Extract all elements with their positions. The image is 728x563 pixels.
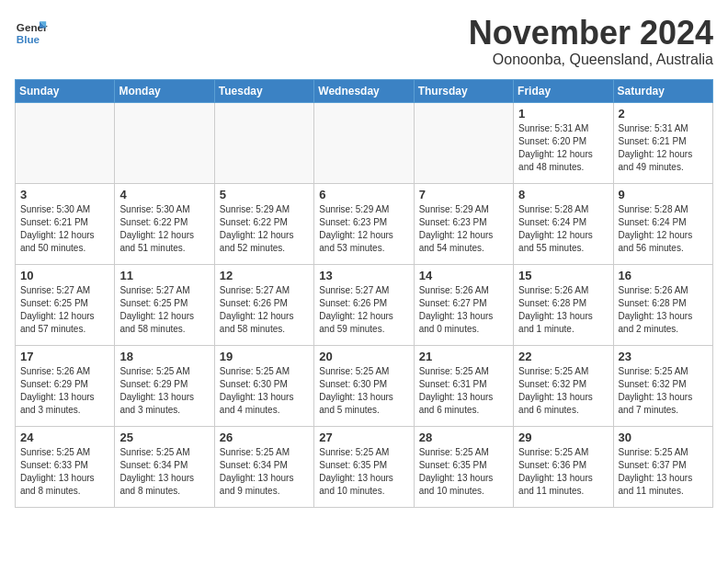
day-number: 6	[319, 188, 408, 201]
calendar-cell: 26Sunrise: 5:25 AM Sunset: 6:34 PM Dayli…	[214, 426, 313, 507]
day-info: Sunrise: 5:27 AM Sunset: 6:25 PM Dayligh…	[20, 284, 109, 336]
weekday-header-wednesday: Wednesday	[314, 79, 414, 102]
calendar-cell: 25Sunrise: 5:25 AM Sunset: 6:34 PM Dayli…	[115, 426, 214, 507]
day-number: 28	[419, 431, 508, 444]
day-number: 16	[619, 269, 708, 282]
calendar-cell	[115, 102, 214, 183]
day-info: Sunrise: 5:29 AM Sunset: 6:23 PM Dayligh…	[419, 203, 508, 255]
day-info: Sunrise: 5:27 AM Sunset: 6:25 PM Dayligh…	[119, 284, 209, 336]
weekday-header-sunday: Sunday	[16, 79, 115, 102]
calendar-cell: 19Sunrise: 5:25 AM Sunset: 6:30 PM Dayli…	[214, 345, 313, 426]
day-number: 8	[518, 188, 608, 201]
calendar-cell: 7Sunrise: 5:29 AM Sunset: 6:23 PM Daylig…	[414, 183, 513, 264]
day-info: Sunrise: 5:27 AM Sunset: 6:26 PM Dayligh…	[220, 284, 309, 336]
day-info: Sunrise: 5:25 AM Sunset: 6:35 PM Dayligh…	[419, 446, 508, 498]
svg-text:Blue: Blue	[17, 33, 40, 45]
day-info: Sunrise: 5:26 AM Sunset: 6:28 PM Dayligh…	[619, 284, 708, 336]
day-info: Sunrise: 5:30 AM Sunset: 6:21 PM Dayligh…	[20, 203, 109, 255]
calendar-cell	[16, 102, 115, 183]
calendar-cell: 2Sunrise: 5:31 AM Sunset: 6:21 PM Daylig…	[613, 102, 712, 183]
day-info: Sunrise: 5:28 AM Sunset: 6:24 PM Dayligh…	[619, 203, 708, 255]
day-info: Sunrise: 5:25 AM Sunset: 6:29 PM Dayligh…	[119, 365, 209, 417]
title-area: November 2024 Oonoonba, Queensland, Aust…	[469, 15, 713, 68]
calendar-cell: 16Sunrise: 5:26 AM Sunset: 6:28 PM Dayli…	[613, 264, 712, 345]
day-number: 14	[419, 269, 508, 282]
day-info: Sunrise: 5:27 AM Sunset: 6:26 PM Dayligh…	[319, 284, 408, 336]
calendar-cell: 29Sunrise: 5:25 AM Sunset: 6:36 PM Dayli…	[514, 426, 613, 507]
day-number: 26	[220, 431, 309, 444]
day-number: 25	[119, 431, 209, 444]
weekday-header-saturday: Saturday	[613, 79, 712, 102]
day-number: 27	[319, 431, 408, 444]
week-row-3: 10Sunrise: 5:27 AM Sunset: 6:25 PM Dayli…	[16, 264, 713, 345]
day-number: 3	[20, 188, 109, 201]
day-number: 13	[319, 269, 408, 282]
day-info: Sunrise: 5:25 AM Sunset: 6:36 PM Dayligh…	[518, 446, 608, 498]
calendar-cell: 1Sunrise: 5:31 AM Sunset: 6:20 PM Daylig…	[514, 102, 613, 183]
day-info: Sunrise: 5:26 AM Sunset: 6:29 PM Dayligh…	[20, 365, 109, 417]
calendar-cell: 8Sunrise: 5:28 AM Sunset: 6:24 PM Daylig…	[514, 183, 613, 264]
day-number: 19	[220, 350, 309, 363]
day-number: 20	[319, 350, 408, 363]
day-info: Sunrise: 5:25 AM Sunset: 6:32 PM Dayligh…	[518, 365, 608, 417]
week-row-5: 24Sunrise: 5:25 AM Sunset: 6:33 PM Dayli…	[16, 426, 713, 507]
calendar-cell: 27Sunrise: 5:25 AM Sunset: 6:35 PM Dayli…	[314, 426, 414, 507]
day-number: 5	[220, 188, 309, 201]
day-info: Sunrise: 5:26 AM Sunset: 6:27 PM Dayligh…	[419, 284, 508, 336]
weekday-header-tuesday: Tuesday	[214, 79, 313, 102]
weekday-header-monday: Monday	[115, 79, 214, 102]
calendar-cell: 12Sunrise: 5:27 AM Sunset: 6:26 PM Dayli…	[214, 264, 313, 345]
calendar-cell: 18Sunrise: 5:25 AM Sunset: 6:29 PM Dayli…	[115, 345, 214, 426]
calendar-cell: 30Sunrise: 5:25 AM Sunset: 6:37 PM Dayli…	[613, 426, 712, 507]
day-info: Sunrise: 5:25 AM Sunset: 6:30 PM Dayligh…	[319, 365, 408, 417]
calendar-cell	[214, 102, 313, 183]
day-info: Sunrise: 5:30 AM Sunset: 6:22 PM Dayligh…	[119, 203, 209, 255]
week-row-1: 1Sunrise: 5:31 AM Sunset: 6:20 PM Daylig…	[16, 102, 713, 183]
day-info: Sunrise: 5:25 AM Sunset: 6:30 PM Dayligh…	[220, 365, 309, 417]
month-title: November 2024	[469, 15, 713, 52]
day-number: 23	[619, 350, 708, 363]
calendar-cell: 9Sunrise: 5:28 AM Sunset: 6:24 PM Daylig…	[613, 183, 712, 264]
week-row-2: 3Sunrise: 5:30 AM Sunset: 6:21 PM Daylig…	[16, 183, 713, 264]
day-number: 4	[119, 188, 209, 201]
calendar-cell: 5Sunrise: 5:29 AM Sunset: 6:22 PM Daylig…	[214, 183, 313, 264]
day-number: 29	[518, 431, 608, 444]
calendar-cell: 14Sunrise: 5:26 AM Sunset: 6:27 PM Dayli…	[414, 264, 513, 345]
day-info: Sunrise: 5:25 AM Sunset: 6:35 PM Dayligh…	[319, 446, 408, 498]
calendar-cell: 15Sunrise: 5:26 AM Sunset: 6:28 PM Dayli…	[514, 264, 613, 345]
day-number: 17	[20, 350, 109, 363]
calendar-cell: 13Sunrise: 5:27 AM Sunset: 6:26 PM Dayli…	[314, 264, 414, 345]
day-info: Sunrise: 5:25 AM Sunset: 6:33 PM Dayligh…	[20, 446, 109, 498]
day-info: Sunrise: 5:25 AM Sunset: 6:31 PM Dayligh…	[419, 365, 508, 417]
header: General Blue November 2024 Oonoonba, Que…	[15, 15, 713, 68]
calendar-cell: 10Sunrise: 5:27 AM Sunset: 6:25 PM Dayli…	[16, 264, 115, 345]
day-number: 22	[518, 350, 608, 363]
day-number: 10	[20, 269, 109, 282]
day-number: 11	[119, 269, 209, 282]
calendar-cell: 17Sunrise: 5:26 AM Sunset: 6:29 PM Dayli…	[16, 345, 115, 426]
calendar-cell: 23Sunrise: 5:25 AM Sunset: 6:32 PM Dayli…	[613, 345, 712, 426]
day-number: 30	[619, 431, 708, 444]
day-number: 7	[419, 188, 508, 201]
day-number: 18	[119, 350, 209, 363]
calendar-cell: 20Sunrise: 5:25 AM Sunset: 6:30 PM Dayli…	[314, 345, 414, 426]
calendar-cell	[314, 102, 414, 183]
day-number: 24	[20, 431, 109, 444]
day-info: Sunrise: 5:31 AM Sunset: 6:20 PM Dayligh…	[518, 122, 608, 174]
day-info: Sunrise: 5:29 AM Sunset: 6:22 PM Dayligh…	[220, 203, 309, 255]
calendar-cell: 24Sunrise: 5:25 AM Sunset: 6:33 PM Dayli…	[16, 426, 115, 507]
day-info: Sunrise: 5:25 AM Sunset: 6:34 PM Dayligh…	[220, 446, 309, 498]
location-title: Oonoonba, Queensland, Australia	[469, 52, 713, 68]
day-info: Sunrise: 5:25 AM Sunset: 6:34 PM Dayligh…	[119, 446, 209, 498]
day-info: Sunrise: 5:26 AM Sunset: 6:28 PM Dayligh…	[518, 284, 608, 336]
calendar-cell: 3Sunrise: 5:30 AM Sunset: 6:21 PM Daylig…	[16, 183, 115, 264]
day-info: Sunrise: 5:28 AM Sunset: 6:24 PM Dayligh…	[518, 203, 608, 255]
calendar-cell: 28Sunrise: 5:25 AM Sunset: 6:35 PM Dayli…	[414, 426, 513, 507]
day-number: 15	[518, 269, 608, 282]
logo: General Blue	[15, 15, 48, 48]
logo-icon: General Blue	[15, 15, 48, 48]
calendar-cell	[414, 102, 513, 183]
weekday-header-thursday: Thursday	[414, 79, 513, 102]
calendar-cell: 21Sunrise: 5:25 AM Sunset: 6:31 PM Dayli…	[414, 345, 513, 426]
day-info: Sunrise: 5:29 AM Sunset: 6:23 PM Dayligh…	[319, 203, 408, 255]
